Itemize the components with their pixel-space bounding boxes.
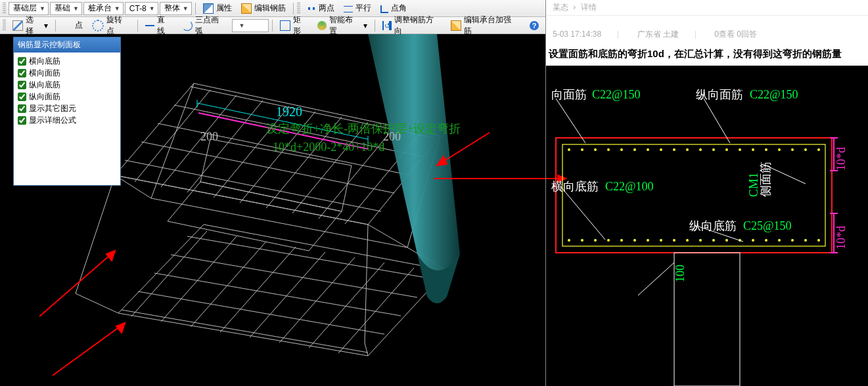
caret-icon: ▼ [114, 5, 120, 12]
panel-title[interactable]: 钢筋显示控制面板 [14, 37, 120, 53]
rebar-display-panel[interactable]: 钢筋显示控制面板 横向底筋 横向面筋 纵向底筋 纵向面筋 显示其它图元 显示详细… [13, 37, 121, 186]
point-button[interactable]: 点 [59, 18, 87, 33]
two-point-label: 两点 [319, 3, 334, 14]
svg-point-91 [791, 239, 794, 242]
caret-icon: ▾ [44, 21, 48, 30]
svg-point-60 [647, 148, 649, 151]
combo-type[interactable]: 基础▼ [50, 2, 82, 15]
svg-marker-2 [115, 175, 407, 247]
svg-line-29 [220, 247, 296, 332]
svg-rect-52 [556, 138, 832, 253]
value-top-left: C22@150 [592, 88, 641, 101]
breadcrumb-item[interactable]: 详情 [581, 3, 597, 12]
rotate-point-button[interactable]: 旋转点 [88, 18, 134, 33]
dim-1920: 1920 [276, 104, 302, 119]
svg-point-68 [752, 148, 754, 151]
svg-point-62 [673, 148, 675, 151]
separator [375, 20, 375, 32]
parallel-label: 平行 [355, 3, 371, 14]
separator [55, 20, 56, 32]
svg-point-88 [752, 239, 754, 242]
panel-item[interactable]: 横向底筋 [18, 55, 116, 67]
svg-point-92 [804, 239, 807, 242]
svg-line-33 [338, 268, 414, 353]
svg-line-34 [122, 310, 368, 353]
combo-draw-style[interactable]: ▼ [232, 19, 269, 32]
value-top-right: C22@150 [750, 88, 798, 101]
svg-line-36 [154, 273, 401, 316]
line-label: 直线 [157, 14, 173, 37]
combo-pile[interactable]: 桩承台▼ [83, 2, 124, 15]
edit-rebar-button[interactable]: 编辑钢筋 [237, 1, 290, 16]
svg-point-85 [712, 239, 715, 242]
properties-label: 属性 [216, 3, 232, 14]
panel-item[interactable]: 纵向面筋 [18, 91, 116, 102]
point-angle-label: 点角 [391, 3, 407, 14]
toolbar-grip[interactable] [3, 20, 6, 32]
separator [293, 3, 294, 14]
panel-item[interactable]: 显示详细公式 [18, 114, 116, 126]
panel-item[interactable]: 横向面筋 [18, 67, 116, 79]
svg-point-75 [581, 239, 583, 242]
help-button[interactable]: ? [526, 18, 543, 33]
svg-point-79 [633, 239, 636, 242]
point-angle-button[interactable]: 点角 [377, 1, 411, 16]
svg-line-31 [279, 257, 355, 343]
checkbox[interactable] [18, 69, 26, 77]
panel-list: 横向底筋 横向面筋 纵向底筋 纵向面筋 显示其它图元 显示详细公式 [14, 53, 120, 185]
value-bottom-left: C22@100 [605, 180, 654, 193]
svg-line-6 [365, 225, 368, 343]
svg-line-38 [187, 236, 434, 279]
svg-point-86 [725, 239, 728, 242]
rectangle-button[interactable]: 矩形 [276, 18, 313, 33]
meta-location: 广东省 土建 [637, 30, 679, 39]
parallel-button[interactable]: 平行 [340, 1, 375, 16]
edit-rebar-label: 编辑钢筋 [254, 3, 286, 14]
caret-icon: ▼ [73, 5, 79, 12]
combo-type-label: 基础 [55, 3, 70, 14]
svg-point-83 [686, 239, 689, 242]
svg-point-93 [817, 239, 820, 242]
edit-strengthen-button[interactable]: 编辑承台加强筋 [447, 18, 523, 33]
checkbox[interactable] [18, 93, 26, 101]
svg-point-64 [699, 148, 702, 151]
formula-line1: 设定弯折+净长-两倍保护层+设定弯折 [266, 122, 461, 135]
toolbar-grip[interactable] [3, 3, 6, 14]
select-button[interactable]: 选择▾ [9, 18, 52, 33]
svg-point-80 [647, 239, 649, 242]
breadcrumb-item[interactable]: 某态 [553, 3, 568, 12]
two-point-icon [307, 4, 316, 13]
panel-item[interactable]: 显示其它图元 [18, 102, 116, 114]
line-icon [145, 21, 154, 30]
svg-line-25 [125, 160, 381, 211]
value-bottom-right: C25@150 [743, 219, 792, 232]
arc-icon [182, 20, 193, 31]
combo-layer[interactable]: 基础层▼ [9, 2, 49, 15]
svg-point-81 [660, 239, 662, 242]
combo-whole[interactable]: 整体▼ [160, 2, 192, 15]
svg-marker-44 [106, 251, 115, 261]
three-point-arc-button[interactable]: 三点画弧 [178, 18, 231, 33]
toolbar-grip[interactable] [297, 3, 300, 14]
rotate-icon [92, 20, 104, 32]
properties-button[interactable]: 属性 [199, 1, 236, 16]
adjust-direction-button[interactable]: 调整钢筋方向 [378, 18, 445, 33]
checkbox[interactable] [18, 104, 26, 113]
panel-item[interactable]: 纵向底筋 [18, 79, 116, 91]
svg-point-77 [607, 239, 610, 242]
svg-line-27 [161, 236, 237, 322]
section-drawing[interactable]: 向面筋 C22@150 纵向面筋 C22@150 横向底筋 C22@100 纵向… [546, 66, 868, 386]
checkbox[interactable] [18, 81, 26, 89]
svg-marker-46 [116, 323, 125, 333]
combo-id[interactable]: CT-8▼ [125, 2, 158, 15]
checkbox[interactable] [18, 116, 26, 125]
svg-point-67 [739, 148, 741, 151]
two-point-button[interactable]: 两点 [303, 1, 338, 16]
checkbox[interactable] [18, 57, 26, 66]
meta-time: 5-03 17:14:38 [553, 30, 601, 39]
chevron-right-icon: › [573, 3, 576, 12]
svg-point-57 [607, 148, 610, 151]
smart-layout-button[interactable]: 智能布置▾ [313, 18, 371, 33]
line-button[interactable]: 直线 [141, 18, 177, 33]
svg-point-76 [594, 239, 597, 242]
